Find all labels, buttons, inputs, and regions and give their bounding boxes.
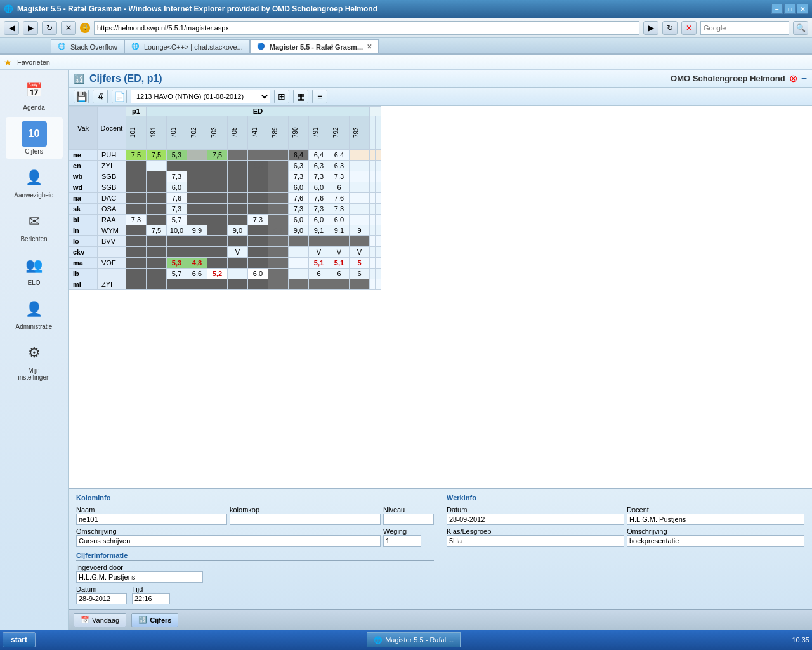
cell-grade[interactable]: 6,0 <box>309 182 329 193</box>
cell-grade[interactable] <box>228 269 248 279</box>
cell-grade[interactable]: 6,4 <box>289 150 309 161</box>
cell-grade[interactable]: 5,7 <box>167 215 187 225</box>
go-button[interactable]: ▶ <box>643 21 658 35</box>
cell-grade[interactable]: 7,3 <box>167 171 187 182</box>
kolominfo-kolomkop-input[interactable] <box>230 514 381 525</box>
cell-grade[interactable] <box>187 150 207 161</box>
cell-grade[interactable] <box>147 182 167 193</box>
cell-grade[interactable] <box>289 279 309 290</box>
cell-grade[interactable]: 5,7 <box>167 269 187 279</box>
tab-stackoverflow[interactable]: 🌐 Stack Overflow <box>51 39 124 53</box>
cell-grade[interactable] <box>126 225 147 236</box>
cell-grade[interactable] <box>350 204 370 215</box>
cell-grade[interactable] <box>187 279 207 290</box>
print-button[interactable]: 🖨 <box>93 90 108 103</box>
cell-grade[interactable]: 6 <box>329 269 350 279</box>
cell-grade[interactable]: 6 <box>350 269 370 279</box>
cell-grade[interactable] <box>350 215 370 225</box>
cell-grade[interactable] <box>248 247 268 258</box>
cell-grade[interactable] <box>228 161 248 171</box>
cell-grade[interactable] <box>126 204 147 215</box>
cell-grade[interactable]: 5,3 <box>167 258 187 269</box>
cell-grade[interactable] <box>126 247 147 258</box>
cell-grade[interactable] <box>126 269 147 279</box>
cell-grade[interactable] <box>248 204 268 215</box>
cell-grade[interactable]: 7,3 <box>167 204 187 215</box>
cell-grade[interactable] <box>268 204 289 215</box>
cell-grade[interactable] <box>147 279 167 290</box>
cell-grade[interactable] <box>167 247 187 258</box>
list-button[interactable]: ≡ <box>312 90 327 103</box>
cell-grade[interactable] <box>126 182 147 193</box>
cell-grade[interactable] <box>248 258 268 269</box>
refresh2-button[interactable]: ↻ <box>662 21 678 35</box>
table-row[interactable]: nePUH7,57,55,37,56,46,46,4 <box>69 150 381 161</box>
table-row[interactable]: inWYM7,510,09,99,09,19,09,19,19 <box>69 225 381 236</box>
cell-grade[interactable] <box>268 247 289 258</box>
cell-grade[interactable] <box>268 171 289 182</box>
cell-grade[interactable] <box>268 215 289 225</box>
cell-grade[interactable]: 7,3 <box>309 171 329 182</box>
cell-grade[interactable] <box>207 258 228 269</box>
cell-grade[interactable] <box>268 193 289 204</box>
cell-grade[interactable]: V <box>309 247 329 258</box>
cell-grade[interactable] <box>228 150 248 161</box>
cell-grade[interactable] <box>329 279 350 290</box>
cell-grade[interactable] <box>228 193 248 204</box>
grid-button[interactable]: ⊞ <box>274 90 289 103</box>
table-row[interactable]: mlZYI <box>69 279 381 290</box>
cell-grade[interactable]: 7,3 <box>248 215 268 225</box>
cell-grade[interactable]: 7,3 <box>289 204 309 215</box>
sidebar-item-administratie[interactable]: 👤 Administratie <box>6 293 63 334</box>
cell-grade[interactable] <box>167 279 187 290</box>
cell-grade[interactable]: 7,5 <box>207 150 228 161</box>
export-button[interactable]: 📄 <box>112 90 127 103</box>
cell-grade[interactable]: 9,1 <box>329 225 350 236</box>
url-input[interactable] <box>94 21 639 35</box>
cell-grade[interactable]: 6,0 <box>309 215 329 225</box>
cell-grade[interactable] <box>289 247 309 258</box>
tab-close-magister[interactable]: ✕ <box>367 43 372 50</box>
cell-grade[interactable] <box>147 269 167 279</box>
cell-grade[interactable] <box>147 193 167 204</box>
cell-grade[interactable]: 6,0 <box>167 182 187 193</box>
cell-grade[interactable] <box>207 236 228 247</box>
cell-grade[interactable] <box>309 236 329 247</box>
sidebar-item-cijfers[interactable]: 10 Cijfers <box>6 117 63 159</box>
cell-grade[interactable] <box>289 236 309 247</box>
stop2-button[interactable]: ✕ <box>681 21 697 35</box>
cell-grade[interactable]: 9 <box>350 225 370 236</box>
cell-grade[interactable]: 6,3 <box>289 161 309 171</box>
cell-grade[interactable]: 6,0 <box>289 182 309 193</box>
stop-button[interactable]: ✕ <box>61 21 76 35</box>
werkinfo-docent-input[interactable] <box>627 514 804 525</box>
tab-lounge[interactable]: 🌐 Lounge<C++> | chat.stackove... <box>124 39 250 53</box>
cijferinfo-datum-input[interactable] <box>76 593 127 604</box>
cell-grade[interactable]: 7,3 <box>289 171 309 182</box>
tab-magister[interactable]: 🔵 Magister 5.5 - Rafał Grasm... ✕ <box>250 39 379 53</box>
cell-grade[interactable] <box>187 236 207 247</box>
search-input[interactable] <box>700 21 789 35</box>
table-row[interactable]: wdSGB6,06,06,06 <box>69 182 381 193</box>
cell-grade[interactable] <box>248 225 268 236</box>
cell-grade[interactable]: 5 <box>350 258 370 269</box>
sidebar-item-agenda[interactable]: 📅 Agenda <box>6 74 63 115</box>
cell-grade[interactable] <box>268 182 289 193</box>
cell-grade[interactable] <box>248 171 268 182</box>
cell-grade[interactable] <box>329 236 350 247</box>
vandaag-button[interactable]: 📅 Vandaag <box>74 613 126 627</box>
cell-grade[interactable] <box>228 258 248 269</box>
cell-grade[interactable] <box>207 161 228 171</box>
start-button[interactable]: start <box>3 632 36 647</box>
back-button[interactable]: ◀ <box>4 21 19 35</box>
cell-grade[interactable] <box>289 269 309 279</box>
cell-grade[interactable]: 6 <box>309 269 329 279</box>
maximize-button[interactable]: □ <box>784 4 796 14</box>
cell-grade[interactable]: 9,0 <box>228 225 248 236</box>
cell-grade[interactable] <box>126 258 147 269</box>
cell-grade[interactable] <box>126 193 147 204</box>
sidebar-item-instellingen[interactable]: ⚙ Mijninstellingen <box>6 336 63 385</box>
filter-button[interactable]: ▦ <box>293 90 308 103</box>
cell-grade[interactable] <box>207 279 228 290</box>
cell-grade[interactable] <box>228 182 248 193</box>
